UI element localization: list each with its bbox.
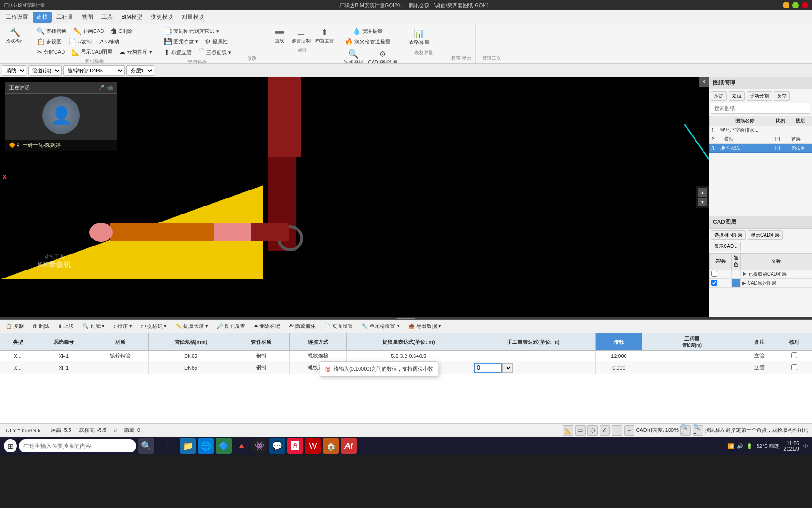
- manual-split-button[interactable]: 手动分割: [747, 91, 772, 101]
- measure-tool[interactable]: 📐: [563, 425, 573, 436]
- taskbar-app3-icon[interactable]: 👾: [251, 438, 267, 454]
- filter-button[interactable]: 🔍 过滤 ▾: [78, 322, 109, 331]
- minus-tool[interactable]: −: [624, 425, 634, 436]
- multi-view-button[interactable]: 📋多视图: [34, 37, 64, 46]
- original-layer-checkbox[interactable]: [711, 280, 717, 286]
- cell-check-1[interactable]: [777, 351, 812, 361]
- copy-row-button[interactable]: 📋 复制: [2, 322, 28, 331]
- figure-row-2[interactable]: 2 − 模型 1:1 首层: [710, 135, 812, 144]
- cad-layer-original[interactable]: ▶ CAD原始图层: [710, 279, 812, 288]
- taskbar-app2-icon[interactable]: 🔺: [234, 438, 250, 454]
- split-cad-button[interactable]: ✂分解CAD: [34, 47, 68, 56]
- video-controls[interactable]: 🎤 📹: [98, 85, 113, 91]
- select-same-layer-button[interactable]: 选择相同图层: [711, 230, 746, 240]
- taskbar-browser-icon[interactable]: 🌐: [198, 438, 214, 454]
- taskbar-app5-icon[interactable]: 🅰: [287, 438, 303, 454]
- menu-item-shitu[interactable]: 视图: [78, 12, 97, 23]
- copy-to-layer-button[interactable]: 📑复制图元到其它层 ▾: [161, 26, 222, 36]
- taskbar-search-icon[interactable]: 🔍: [138, 438, 154, 454]
- element-trace-button[interactable]: 🔎 图元反查: [213, 322, 249, 331]
- taskbar-search[interactable]: [19, 439, 136, 452]
- cell-settings-button[interactable]: 🔧 单元格设置 ▾: [358, 322, 403, 331]
- pick-component-button[interactable]: 🔨 拾取构件: [4, 26, 26, 45]
- hide-window-button[interactable]: 👁 隐藏窗体: [285, 322, 320, 331]
- menu-item-duiliang[interactable]: 对量模块: [178, 12, 208, 23]
- figure-row-3[interactable]: 3 地下人防... 1:1 第-1层: [710, 144, 812, 153]
- cell-check-2[interactable]: [777, 361, 812, 374]
- element-save-button[interactable]: 💾图元存盘 ▾: [161, 37, 201, 46]
- find-replace-button[interactable]: 🔍查找替换: [34, 26, 70, 36]
- c-copy-button[interactable]: 📄C复制: [65, 37, 94, 46]
- cad-layer-extracted[interactable]: ▶ 已提取的CAD图层: [710, 270, 812, 279]
- maximize-button[interactable]: [792, 2, 799, 8]
- show-cad-button[interactable]: 显示CAD...: [711, 242, 741, 251]
- place-vertical-pipe-button[interactable]: ⬆ 布置立管: [313, 26, 336, 45]
- canvas-close-button[interactable]: ✕: [699, 77, 709, 87]
- canvas-area[interactable]: X ▲ ▼ 正在讲话: 🎤 📹 👤 🔶🎙 一砖一瓦-陈婉婷: [0, 77, 709, 317]
- polygon-tool[interactable]: ⬡: [587, 425, 598, 436]
- fire-pipe-measure-button[interactable]: 🔥消火栓管道提量: [342, 37, 393, 46]
- menu-item-jianmo[interactable]: 建模: [33, 12, 52, 23]
- menu-item-gongchengliang[interactable]: 工程量: [53, 12, 77, 23]
- manual-input[interactable]: [474, 363, 502, 373]
- extracted-layer-checkbox[interactable]: [711, 271, 717, 277]
- menu-item-gongcheng[interactable]: 工程设置: [2, 12, 32, 23]
- figure-search-input[interactable]: [711, 103, 810, 114]
- multi-pipe-button[interactable]: ⚌ 多管绘制: [290, 26, 312, 45]
- show-cad-layers-button[interactable]: 显示CAD图层: [748, 230, 783, 240]
- zoom-in-btn[interactable]: 🔍+: [693, 425, 703, 436]
- cloud-component-button[interactable]: ☁云构件库 ▾: [116, 47, 155, 56]
- delete-mark-button[interactable]: ✖ 删除标记: [250, 322, 284, 331]
- cell-manual-2[interactable]: [471, 361, 595, 374]
- mic-icon[interactable]: 🎤: [98, 85, 105, 91]
- sort-button[interactable]: ↕ 排序 ▾: [109, 322, 136, 331]
- pipe-type-dropdown[interactable]: 管道(消): [28, 65, 62, 76]
- menu-item-bim[interactable]: BIM模型: [117, 12, 146, 23]
- layer-dropdown[interactable]: 分层1: [126, 65, 154, 76]
- three-point-arc-button[interactable]: ⌒三点画弧 ▾: [195, 47, 234, 57]
- cad-identify-options-button[interactable]: ⚙ CAD识别选项: [367, 48, 399, 64]
- select-identify-button[interactable]: 🔍 选择识别: [342, 48, 365, 64]
- pipe-spec-dropdown[interactable]: 镀锌钢管 DN65: [63, 65, 125, 76]
- zoom-out-btn[interactable]: 🔍−: [680, 425, 691, 436]
- angle-tool[interactable]: ∠: [600, 425, 610, 436]
- taskbar-app1-icon[interactable]: 🔷: [216, 438, 232, 454]
- add-figure-button[interactable]: 添加: [711, 91, 727, 101]
- taskbar-app7-icon[interactable]: 🏠: [323, 438, 339, 454]
- move-up-button[interactable]: ⬆ 上移: [54, 322, 78, 331]
- locate-button[interactable]: 定位: [729, 91, 745, 101]
- nav-up[interactable]: ▲: [698, 188, 707, 197]
- place-riser-button[interactable]: ⬆布置立管: [161, 48, 195, 57]
- sprinkler-measure-button[interactable]: 💧喷淋提量: [350, 26, 385, 36]
- page-settings-button[interactable]: 📄 页面设置: [320, 322, 357, 331]
- label-button[interactable]: 🏷 提标识 ▾: [137, 322, 171, 331]
- start-button[interactable]: ⊞: [4, 439, 17, 452]
- line-button[interactable]: ➖ 直线: [270, 26, 289, 45]
- show-cad-layer-button[interactable]: 📐显示CAD图层: [69, 47, 115, 56]
- taskbar-windows-icon[interactable]: ⬚: [162, 438, 178, 454]
- export-button[interactable]: 📤 导出数据 ▾: [405, 322, 445, 331]
- delete-row-button[interactable]: 🗑 删除: [29, 322, 53, 331]
- get-properties-button[interactable]: ⚙提属性: [202, 37, 231, 46]
- minimize-button[interactable]: [783, 2, 789, 8]
- unit-select[interactable]: [502, 363, 513, 373]
- video-toggle-icon[interactable]: 📹: [107, 85, 113, 91]
- close-button[interactable]: [802, 2, 808, 8]
- taskbar-app6-icon[interactable]: W: [305, 438, 321, 454]
- nav-down[interactable]: ▼: [698, 198, 707, 206]
- supplement-cad-button[interactable]: ✏️补画CAD: [70, 26, 107, 36]
- table-calculate-button[interactable]: 📊 表格算量: [405, 26, 433, 48]
- plus-tool[interactable]: +: [612, 425, 622, 436]
- taskbar-app4-icon[interactable]: 💬: [269, 438, 285, 454]
- taskbar-explorer-icon[interactable]: 📁: [180, 438, 196, 454]
- system-dropdown[interactable]: 消防: [2, 65, 26, 76]
- save-as-button[interactable]: 另存: [774, 91, 790, 101]
- menu-item-biangeng[interactable]: 变更模块: [147, 12, 177, 23]
- c-move-button[interactable]: ↗C移动: [95, 37, 122, 46]
- taskbar-ai-icon[interactable]: Ai: [341, 438, 357, 454]
- rect-tool[interactable]: ▭: [575, 425, 586, 436]
- figure-row-1[interactable]: 1 🗺 地下室给排水...: [710, 126, 812, 135]
- extract-length-button[interactable]: 📏 提取长度 ▾: [172, 322, 212, 331]
- c-delete-button[interactable]: 🗑C删除: [108, 26, 135, 36]
- menu-item-gongju[interactable]: 工具: [98, 12, 117, 23]
